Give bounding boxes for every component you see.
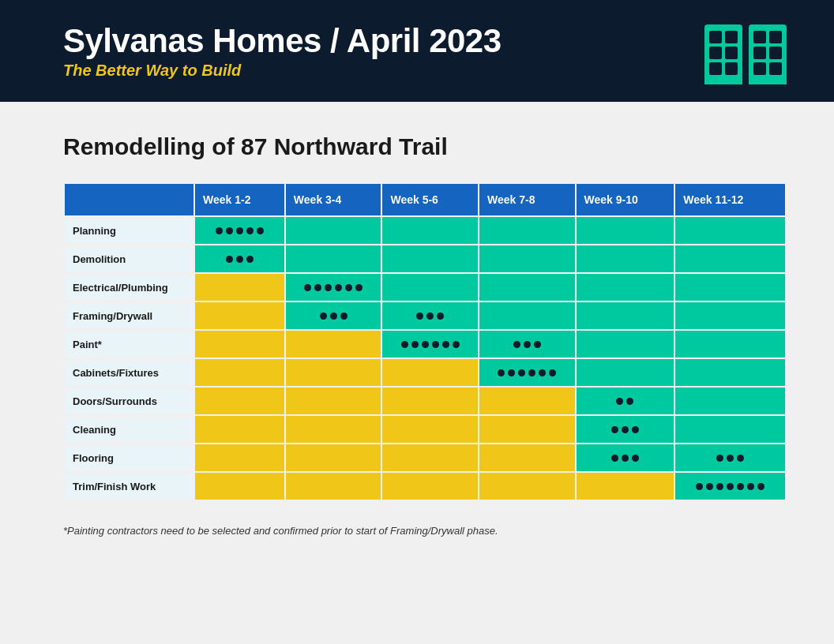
cell-r4-c2 (381, 330, 479, 358)
cell-r8-c1 (285, 444, 382, 472)
dot (216, 227, 223, 234)
dot (320, 313, 327, 320)
dot (626, 398, 633, 405)
dot (539, 369, 546, 376)
dot (549, 369, 556, 376)
dot (524, 341, 531, 348)
cell-r7-c5 (674, 415, 786, 444)
col-header-week-11-12: Week 11-12 (674, 183, 786, 216)
cell-r0-c3 (479, 216, 576, 245)
cell-r9-c2 (381, 472, 479, 500)
cell-r3-c4 (576, 301, 675, 330)
main-content: Remodelling of 87 Northward Trail Week 1… (0, 102, 834, 560)
table-row: Cabinets/Fixtures (64, 358, 786, 387)
dot (696, 483, 703, 490)
task-label-cell: Trim/Finish Work (64, 472, 194, 500)
dot (314, 284, 321, 291)
cell-r6-c5 (674, 387, 786, 415)
dot (304, 284, 311, 291)
header-title: Sylvanas Homes / April 2023 (63, 22, 502, 60)
cell-r5-c1 (285, 358, 382, 387)
table-row: Doors/Surrounds (64, 387, 786, 415)
cell-r1-c0 (194, 245, 285, 273)
cell-r2-c1 (285, 273, 382, 301)
cell-r7-c3 (479, 415, 576, 444)
cell-r5-c0 (194, 358, 285, 387)
dot (528, 369, 535, 376)
cell-r2-c5 (674, 273, 786, 301)
dot (442, 341, 449, 348)
dot (616, 398, 623, 405)
dot (246, 256, 254, 263)
col-header-task (64, 183, 194, 216)
dot (426, 313, 434, 320)
task-label-cell: Flooring (64, 444, 194, 472)
cell-r7-c4 (576, 415, 675, 444)
dot (330, 313, 337, 320)
dot (706, 483, 713, 490)
cell-r8-c5 (674, 444, 786, 472)
cell-r2-c3 (479, 273, 576, 301)
dot (355, 284, 363, 291)
task-label-cell: Cabinets/Fixtures (64, 358, 194, 387)
dot (716, 483, 723, 490)
dot (757, 483, 764, 490)
dot (611, 426, 618, 433)
task-label-cell: Doors/Surrounds (64, 387, 194, 415)
table-row: Flooring (64, 444, 786, 472)
cell-r9-c5 (674, 472, 786, 500)
table-header-row: Week 1-2 Week 3-4 Week 5-6 Week 7-8 Week… (64, 183, 786, 216)
dot (611, 455, 618, 462)
dot (632, 455, 639, 462)
cell-r9-c4 (576, 472, 675, 500)
cell-r0-c5 (674, 216, 786, 245)
dot (422, 341, 429, 348)
dot (632, 426, 639, 433)
cell-r6-c3 (479, 387, 576, 415)
table-row: Cleaning (64, 415, 786, 444)
cell-r8-c0 (194, 444, 285, 472)
cell-r8-c4 (576, 444, 675, 472)
cell-r6-c2 (381, 387, 479, 415)
dot (340, 313, 348, 320)
cell-r3-c5 (674, 301, 786, 330)
dot (345, 284, 352, 291)
building-left (704, 24, 742, 78)
cell-r5-c2 (381, 358, 479, 387)
cell-r1-c4 (576, 245, 675, 273)
cell-r8-c3 (479, 444, 576, 472)
dot (236, 227, 243, 234)
dot (257, 227, 264, 234)
table-row: Electrical/Plumbing (64, 273, 786, 301)
table-row: Framing/Drywall (64, 301, 786, 330)
dot (236, 256, 243, 263)
cell-r4-c3 (479, 330, 576, 358)
cell-r6-c0 (194, 387, 285, 415)
cell-r8-c2 (381, 444, 479, 472)
task-label-cell: Demolition (64, 245, 194, 273)
cell-r0-c4 (576, 216, 675, 245)
cell-r9-c3 (479, 472, 576, 500)
cell-r5-c5 (674, 358, 786, 387)
building-right (749, 24, 787, 78)
col-header-week-9-10: Week 9-10 (576, 183, 675, 216)
header-text: Sylvanas Homes / April 2023 The Better W… (63, 22, 502, 80)
cell-r4-c4 (576, 330, 675, 358)
table-row: Planning (64, 216, 786, 245)
cell-r5-c3 (479, 358, 576, 387)
cell-r0-c0 (194, 216, 285, 245)
dot (534, 341, 541, 348)
dot (432, 341, 439, 348)
cell-r1-c3 (479, 245, 576, 273)
dot (416, 313, 423, 320)
dot (622, 426, 629, 433)
table-row: Paint* (64, 330, 786, 358)
cell-r7-c2 (381, 415, 479, 444)
cell-r0-c1 (285, 216, 382, 245)
dot (716, 455, 723, 462)
dot (226, 256, 233, 263)
cell-r3-c2 (381, 301, 479, 330)
task-label-cell: Framing/Drywall (64, 301, 194, 330)
header-subtitle: The Better Way to Build (63, 62, 502, 80)
cell-r4-c0 (194, 330, 285, 358)
